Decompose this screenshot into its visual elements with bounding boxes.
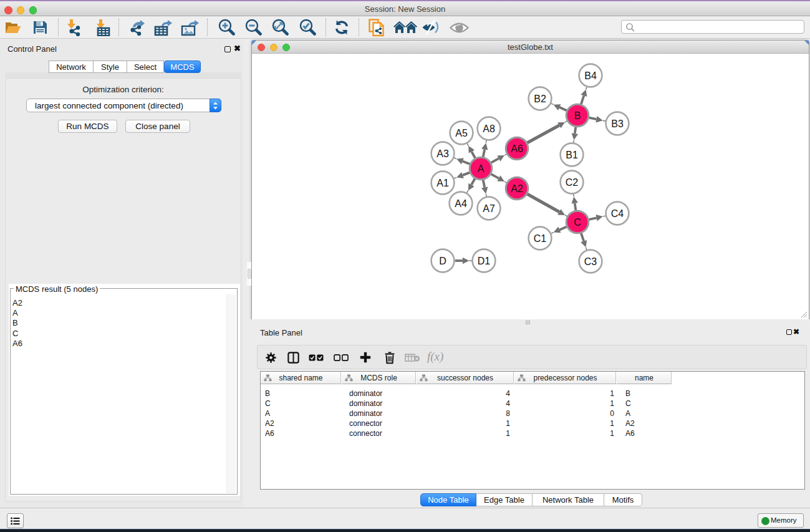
- svg-text:A5: A5: [455, 128, 468, 138]
- svg-text:A4: A4: [455, 198, 467, 209]
- svg-text:C3: C3: [584, 256, 597, 267]
- svg-text:C: C: [574, 217, 581, 228]
- svg-text:D: D: [439, 256, 446, 266]
- svg-text:A8: A8: [483, 123, 495, 134]
- svg-text:B2: B2: [534, 94, 546, 104]
- svg-text:D1: D1: [478, 256, 491, 266]
- svg-text:A6: A6: [511, 143, 523, 154]
- svg-text:B4: B4: [584, 70, 597, 81]
- svg-text:A1: A1: [436, 178, 449, 188]
- svg-text:C1: C1: [534, 233, 547, 244]
- svg-text:A7: A7: [483, 203, 495, 214]
- svg-text:A2: A2: [511, 183, 523, 194]
- svg-text:B: B: [574, 110, 581, 121]
- svg-text:A3: A3: [436, 148, 449, 159]
- svg-text:A: A: [478, 163, 485, 174]
- svg-text:B1: B1: [566, 150, 578, 160]
- svg-text:B3: B3: [611, 118, 624, 129]
- svg-text:C2: C2: [566, 177, 579, 188]
- svg-text:C4: C4: [611, 208, 624, 219]
